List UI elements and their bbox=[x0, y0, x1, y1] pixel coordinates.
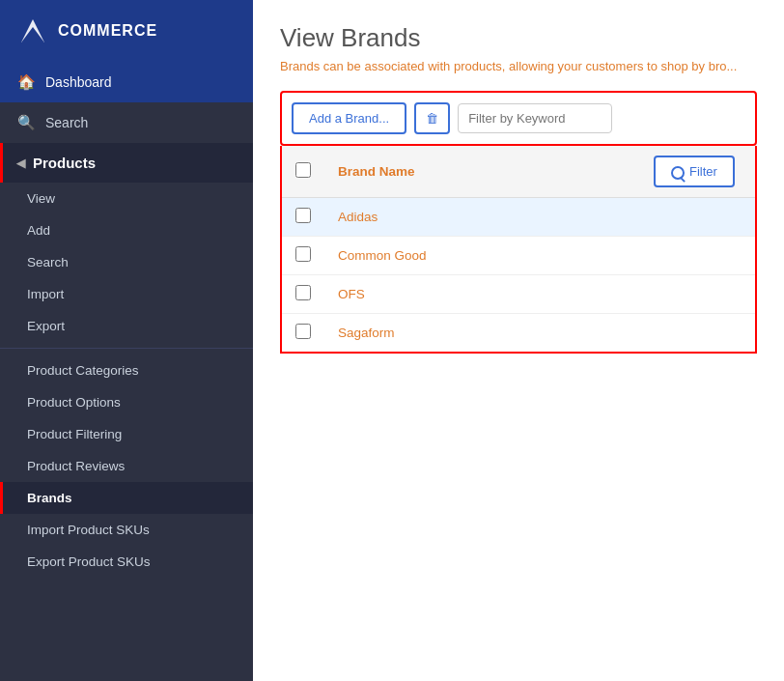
sidebar-item-export-skus[interactable]: Export Product SKUs bbox=[0, 546, 253, 578]
sidebar-item-product-reviews[interactable]: Product Reviews bbox=[0, 450, 253, 482]
sidebar-item-export[interactable]: Export bbox=[0, 310, 253, 342]
sidebar-item-import[interactable]: Import bbox=[0, 278, 253, 310]
home-icon: 🏠 bbox=[17, 73, 36, 91]
sidebar-item-search[interactable]: 🔍 Search bbox=[0, 102, 253, 143]
sidebar-item-product-options[interactable]: Product Options bbox=[0, 386, 253, 418]
filter-button[interactable]: Filter bbox=[654, 156, 735, 187]
table-row: Adidas bbox=[281, 198, 756, 237]
sidebar-divider bbox=[0, 348, 253, 349]
delete-button[interactable]: 🗑 bbox=[414, 102, 450, 134]
sidebar-dashboard-label: Dashboard bbox=[45, 74, 112, 90]
logo-text: COMMERCE bbox=[58, 22, 157, 40]
row-checkbox[interactable] bbox=[295, 324, 311, 339]
brand-name-link[interactable]: OFS bbox=[338, 287, 365, 301]
search-icon: 🔍 bbox=[17, 114, 36, 131]
checkbox-header-col bbox=[281, 146, 324, 198]
sidebar-item-brands[interactable]: Brands bbox=[0, 482, 253, 514]
sidebar-search-label: Search bbox=[45, 115, 88, 130]
sidebar-item-import-skus[interactable]: Import Product SKUs bbox=[0, 514, 253, 546]
brand-name-column-header: Brand Name bbox=[324, 146, 640, 198]
row-checkbox[interactable] bbox=[295, 285, 311, 300]
brand-action-col bbox=[640, 198, 756, 237]
brand-name-link[interactable]: Common Good bbox=[338, 248, 427, 263]
sidebar-item-product-categories[interactable]: Product Categories bbox=[0, 355, 253, 386]
products-section-label: Products bbox=[33, 155, 96, 171]
trash-icon: 🗑 bbox=[426, 111, 438, 126]
sidebar-item-search-products[interactable]: Search bbox=[0, 246, 253, 278]
svg-marker-1 bbox=[21, 27, 44, 43]
sidebar-item-dashboard[interactable]: 🏠 Dashboard bbox=[0, 62, 253, 102]
table-row: Sagaform bbox=[281, 314, 756, 354]
select-all-checkbox[interactable] bbox=[295, 162, 311, 178]
table-row: Common Good bbox=[281, 237, 756, 275]
add-brand-button[interactable]: Add a Brand... bbox=[292, 102, 406, 134]
brand-name-link[interactable]: Adidas bbox=[338, 210, 378, 224]
row-checkbox[interactable] bbox=[295, 246, 311, 262]
row-checkbox[interactable] bbox=[295, 208, 311, 223]
table-row: OFS bbox=[281, 275, 756, 314]
brand-action-col bbox=[640, 275, 756, 314]
brand-action-col bbox=[640, 237, 756, 275]
brand-name-link[interactable]: Sagaform bbox=[338, 326, 395, 340]
chevron-icon: ◀ bbox=[16, 156, 25, 170]
page-title: View Brands bbox=[280, 23, 757, 53]
brands-table: Brand Name Filter AdidasCommon GoodOFSSa… bbox=[280, 146, 757, 354]
page-subtitle: Brands can be associated with products, … bbox=[280, 59, 757, 73]
sidebar-item-view[interactable]: View bbox=[0, 183, 253, 214]
sidebar-products-section[interactable]: ◀ Products bbox=[0, 143, 253, 183]
bigcommerce-logo-icon bbox=[15, 14, 50, 48]
toolbar: Add a Brand... 🗑 bbox=[280, 91, 757, 146]
search-icon bbox=[671, 166, 685, 180]
sidebar-item-add[interactable]: Add bbox=[0, 214, 253, 246]
sidebar: COMMERCE 🏠 Dashboard 🔍 Search ◀ Products… bbox=[0, 0, 253, 681]
filter-button-header-col: Filter bbox=[640, 146, 756, 198]
sidebar-logo[interactable]: COMMERCE bbox=[0, 0, 253, 62]
main-content: View Brands Brands can be associated wit… bbox=[253, 0, 784, 681]
brand-action-col bbox=[640, 314, 756, 354]
filter-keyword-input[interactable] bbox=[458, 103, 612, 133]
sidebar-item-product-filtering[interactable]: Product Filtering bbox=[0, 418, 253, 450]
